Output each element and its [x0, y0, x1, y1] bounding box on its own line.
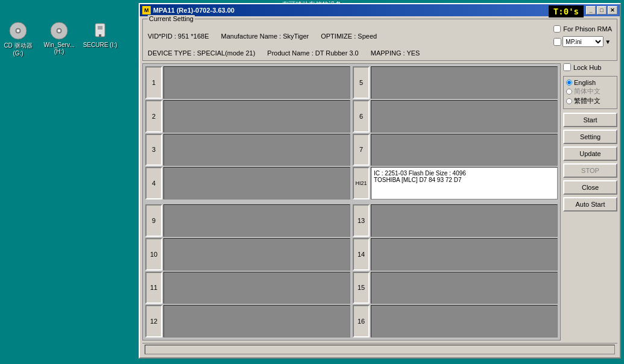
slot-16-bar [371, 305, 558, 337]
slot-14-bar [371, 238, 558, 271]
english-option[interactable]: English [566, 79, 614, 86]
status-bar [142, 343, 617, 355]
usb-icon [90, 21, 110, 40]
slot-separator [145, 201, 558, 203]
desktop: 有可移动存储的设备 CD 驱动器(G:) Win_Serv...(H:) [0, 0, 624, 364]
win-serv-label: Win_Serv...(H:) [44, 42, 75, 55]
current-setting-panel: Current Setting VID*PID : 951 *168E Manu… [142, 19, 617, 61]
slot-row-14: 14 [353, 238, 558, 271]
slot-row-2: 2 [145, 100, 350, 133]
maximize-button[interactable]: □ [597, 6, 607, 14]
slot-row-13: 13 [353, 204, 558, 237]
slot-row-7: 7 [353, 134, 558, 166]
simplified-radio[interactable] [566, 89, 572, 95]
svg-point-5 [58, 30, 60, 32]
mp-checkbox[interactable] [553, 38, 561, 46]
close-window-button[interactable]: ✕ [608, 6, 617, 14]
slot-row-5: 5 [353, 66, 558, 99]
device-type: DEVICE TYPE : SPECIAL(mode 21) [148, 49, 255, 57]
language-section: English 简体中文 繁體中文 [563, 76, 617, 109]
start-button[interactable]: Start [563, 113, 617, 127]
slot-9-btn[interactable]: 9 [145, 204, 162, 237]
cd-drive-icon[interactable]: CD 驱动器(G:) [0, 21, 36, 57]
slot-row-4: 4 [145, 167, 350, 199]
traditional-label: 繁體中文 [574, 96, 600, 105]
slot-3-bar [163, 134, 350, 166]
slot-row-hi21: HI21 IC : 2251-03 Flash Die Size : 4096T… [353, 167, 558, 199]
slot-7-btn[interactable]: 7 [353, 134, 370, 166]
slot-4-btn[interactable]: 4 [145, 167, 162, 199]
simplified-label: 简体中文 [574, 87, 600, 96]
slot-1-bar [163, 66, 350, 99]
english-label: English [574, 79, 596, 86]
minimize-button[interactable]: _ [586, 6, 596, 14]
right-buttons-panel: Lock Hub English 简体中文 [563, 63, 617, 340]
slot-hi21-bar: IC : 2251-03 Flash Die Size : 4096TOSHIB… [371, 167, 558, 199]
slot-16-btn[interactable]: 16 [353, 305, 370, 337]
win-serv-icon[interactable]: Win_Serv...(H:) [41, 21, 77, 57]
slot-4-bar [163, 167, 350, 199]
lock-hub-checkbox[interactable] [563, 63, 571, 71]
slot-6-btn[interactable]: 6 [353, 100, 370, 133]
slot-row-9: 9 [145, 204, 350, 237]
title-bar: M MPA11 (Re1)-0702-3.63.00 _ □ ✕ [140, 4, 620, 16]
slot-10-bar [163, 238, 350, 271]
traditional-option[interactable]: 繁體中文 [566, 96, 614, 105]
svg-rect-8 [99, 34, 101, 37]
secure-icon[interactable]: SECURE (I:) [82, 21, 118, 57]
window-controls: _ □ ✕ [586, 6, 617, 14]
slot-row-3: 3 [145, 134, 350, 166]
window-title: MPA11 (Re1)-0702-3.63.00 [153, 7, 584, 14]
slot-11-bar [163, 272, 350, 304]
slot-3-btn[interactable]: 3 [145, 134, 162, 166]
slot-6-bar [371, 100, 558, 133]
manufacture-name: Manufacture Name : SkyTiger [221, 33, 309, 40]
slot-7-bar [371, 134, 558, 166]
slot-12-bar [163, 305, 350, 337]
panel-legend: Current Setting [148, 15, 195, 22]
slot-row-12: 12 [145, 305, 350, 337]
english-radio[interactable] [566, 80, 572, 86]
slot-12-btn[interactable]: 12 [145, 305, 162, 337]
slot-2-btn[interactable]: 2 [145, 100, 162, 133]
auto-start-button[interactable]: Auto Start [563, 197, 617, 212]
setting-row-1: VID*PID : 951 *168E Manufacture Name : S… [148, 25, 612, 47]
lock-hub-label: Lock Hub [573, 64, 601, 71]
slot-15-btn[interactable]: 15 [353, 272, 370, 304]
slot-5-btn[interactable]: 5 [353, 66, 370, 99]
slot-10-btn[interactable]: 10 [145, 238, 162, 271]
slot-row-11: 11 [145, 272, 350, 304]
slot-11-btn[interactable]: 11 [145, 272, 162, 304]
slot-row-10: 10 [145, 238, 350, 271]
cd2-icon [49, 21, 69, 40]
timer-badge: T:0's [549, 5, 584, 17]
simplified-option[interactable]: 简体中文 [566, 87, 614, 96]
slot-hi21-btn[interactable]: HI21 [353, 167, 370, 199]
setting-row-2: DEVICE TYPE : SPECIAL(mode 21) Product N… [148, 49, 612, 57]
slot-13-bar [371, 204, 558, 237]
cd-icon [8, 21, 28, 40]
slot-13-btn[interactable]: 13 [353, 204, 370, 237]
update-button[interactable]: Update [563, 146, 617, 161]
secure-label: SECURE (I:) [83, 42, 118, 48]
svg-point-2 [17, 30, 19, 32]
slot-5-bar [371, 66, 558, 99]
traditional-radio[interactable] [566, 98, 572, 104]
mp-select[interactable]: MP.ini [563, 36, 604, 47]
window-content: T:0's Current Setting VID*PID : 951 *168… [140, 16, 620, 357]
mapping: MAPPING : YES [371, 49, 420, 57]
slot-14-btn[interactable]: 14 [353, 238, 370, 271]
setting-button[interactable]: Setting [563, 130, 617, 144]
optimize: OPTIMIZE : Speed [321, 33, 377, 40]
slot-2-bar [163, 100, 350, 133]
app-icon: M [142, 6, 151, 14]
main-window: M MPA11 (Re1)-0702-3.63.00 _ □ ✕ T:0's C… [139, 3, 621, 359]
close-button[interactable]: Close [563, 180, 617, 195]
for-phison-checkbox[interactable] [553, 25, 561, 33]
slot-row-16: 16 [353, 305, 558, 337]
slot-1-btn[interactable]: 1 [145, 66, 162, 99]
cd-drive-label: CD 驱动器(G:) [4, 42, 32, 57]
stop-button[interactable]: STOP [563, 163, 617, 178]
main-area: 1 2 3 4 [142, 63, 617, 340]
slot-hi21-content: IC : 2251-03 Flash Die Size : 4096TOSHIB… [374, 170, 466, 183]
